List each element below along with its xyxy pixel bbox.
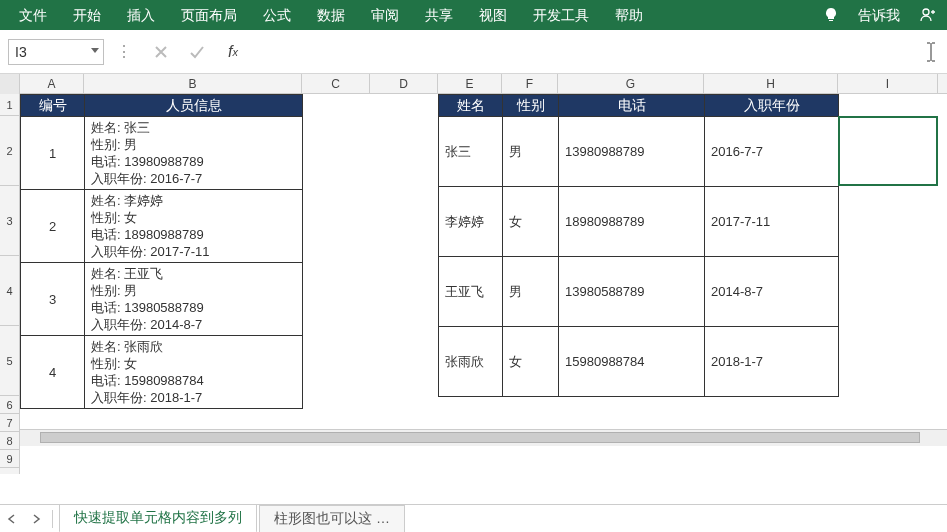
ribbon-tab[interactable]: 开始 [60,0,114,30]
column-headers: ABCDEFGHI [0,74,947,94]
table-row[interactable]: 李婷婷女189809887892017-7-11 [439,187,839,257]
column-header[interactable]: A [20,74,84,93]
cell-id[interactable]: 4 [21,336,85,409]
th-info[interactable]: 人员信息 [85,95,303,117]
cell-info[interactable]: 姓名: 王亚飞性别: 男电话: 13980588789入职年份: 2014-8-… [85,263,303,336]
cell-name[interactable]: 李婷婷 [439,187,503,257]
share-person-icon[interactable] [913,1,941,29]
cell-year[interactable]: 2016-7-7 [705,117,839,187]
tell-me-button[interactable]: 告诉我 [845,0,913,30]
table-personnel-info: 编号 人员信息 1姓名: 张三性别: 男电话: 13980988789入职年份:… [20,94,303,409]
ribbon-tab[interactable]: 帮助 [602,0,656,30]
sheet-nav-next-icon[interactable] [24,507,48,531]
column-header[interactable]: C [302,74,370,93]
row-headers: 123456789 [0,94,20,474]
horizontal-scrollbar[interactable] [20,429,947,446]
cell-info[interactable]: 姓名: 李婷婷性别: 女电话: 18980988789入职年份: 2017-7-… [85,190,303,263]
cancel-formula-icon[interactable] [146,39,176,65]
sheet-tab-other[interactable]: 柱形图也可以这… [259,505,405,532]
ribbon: 文件开始插入页面布局公式数据审阅共享视图开发工具帮助 告诉我 [0,0,947,30]
formula-bar: I3 ⋮ fx [0,30,947,74]
cell-id[interactable]: 2 [21,190,85,263]
row-header[interactable]: 8 [0,432,19,450]
ribbon-tab[interactable]: 公式 [250,0,304,30]
cell-sex[interactable]: 女 [503,327,559,397]
sheet-tab-active[interactable]: 快速提取单元格内容到多列 [59,504,257,532]
cell-info[interactable]: 姓名: 张雨欣性别: 女电话: 15980988784入职年份: 2018-1-… [85,336,303,409]
column-header[interactable]: G [558,74,704,93]
th-id[interactable]: 编号 [21,95,85,117]
column-header[interactable]: F [502,74,558,93]
th-sex[interactable]: 性别 [503,95,559,117]
cell-year[interactable]: 2017-7-11 [705,187,839,257]
column-header[interactable]: B [84,74,302,93]
row-header[interactable]: 1 [0,94,19,116]
cell-year[interactable]: 2014-8-7 [705,257,839,327]
table-row[interactable]: 4姓名: 张雨欣性别: 女电话: 15980988784入职年份: 2018-1… [21,336,303,409]
row-header[interactable]: 6 [0,396,19,414]
active-cell-outline [838,116,938,186]
cell-id[interactable]: 1 [21,117,85,190]
th-name[interactable]: 姓名 [439,95,503,117]
cells-area[interactable]: 编号 人员信息 1姓名: 张三性别: 男电话: 13980988789入职年份:… [20,94,947,474]
text-cursor-icon [923,41,939,63]
row-header[interactable]: 3 [0,186,19,256]
cell-tel[interactable]: 15980988784 [559,327,705,397]
row-header[interactable]: 9 [0,450,19,468]
cell-name[interactable]: 张三 [439,117,503,187]
ribbon-tab[interactable]: 数据 [304,0,358,30]
enter-formula-icon[interactable] [182,39,212,65]
row-header[interactable]: 7 [0,414,19,432]
column-header[interactable]: I [838,74,938,93]
column-header[interactable]: H [704,74,838,93]
table-extracted: 姓名 性别 电话 入职年份 张三男139809887892016-7-7李婷婷女… [438,94,839,397]
dots-icon: ⋮ [110,42,140,61]
sheet-tab-bar: 快速提取单元格内容到多列 柱形图也可以这… [0,504,947,532]
scrollbar-thumb[interactable] [40,432,920,443]
cell-id[interactable]: 3 [21,263,85,336]
column-header[interactable]: E [438,74,502,93]
cell-year[interactable]: 2018-1-7 [705,327,839,397]
ribbon-tab[interactable]: 文件 [6,0,60,30]
cell-tel[interactable]: 18980988789 [559,187,705,257]
ribbon-tab[interactable]: 视图 [466,0,520,30]
ribbon-tab[interactable]: 共享 [412,0,466,30]
name-box[interactable]: I3 [8,39,104,65]
row-header[interactable]: 2 [0,116,19,186]
cell-name[interactable]: 王亚飞 [439,257,503,327]
th-year[interactable]: 入职年份 [705,95,839,117]
table-row[interactable]: 2姓名: 李婷婷性别: 女电话: 18980988789入职年份: 2017-7… [21,190,303,263]
select-all-corner[interactable] [0,74,20,94]
formula-input[interactable] [254,39,917,65]
sheet-nav-prev-icon[interactable] [0,507,24,531]
ribbon-tab[interactable]: 插入 [114,0,168,30]
chevron-down-icon[interactable] [91,48,99,53]
column-header[interactable]: D [370,74,438,93]
cell-sex[interactable]: 男 [503,117,559,187]
row-header[interactable]: 4 [0,256,19,326]
cell-name[interactable]: 张雨欣 [439,327,503,397]
ribbon-tab[interactable]: 审阅 [358,0,412,30]
ribbon-tab[interactable]: 开发工具 [520,0,602,30]
table-row[interactable]: 1姓名: 张三性别: 男电话: 13980988789入职年份: 2016-7-… [21,117,303,190]
cell-tel[interactable]: 13980588789 [559,257,705,327]
ellipsis-icon: … [372,510,390,526]
table-row[interactable]: 王亚飞男139805887892014-8-7 [439,257,839,327]
th-tel[interactable]: 电话 [559,95,705,117]
svg-point-0 [923,9,929,15]
cell-sex[interactable]: 男 [503,257,559,327]
worksheet-grid[interactable]: ABCDEFGHI 123456789 编号 人员信息 1姓名: 张三性别: 男… [0,74,947,474]
cell-info[interactable]: 姓名: 张三性别: 男电话: 13980988789入职年份: 2016-7-7 [85,117,303,190]
name-box-value: I3 [15,44,27,60]
fx-icon[interactable]: fx [218,39,248,65]
table-row[interactable]: 张三男139809887892016-7-7 [439,117,839,187]
cell-tel[interactable]: 13980988789 [559,117,705,187]
tell-me-bulb-icon[interactable] [817,1,845,29]
cell-sex[interactable]: 女 [503,187,559,257]
table-row[interactable]: 3姓名: 王亚飞性别: 男电话: 13980588789入职年份: 2014-8… [21,263,303,336]
row-header[interactable]: 5 [0,326,19,396]
sheet-tab-other-label: 柱形图也可以这 [274,510,372,526]
table-row[interactable]: 张雨欣女159809887842018-1-7 [439,327,839,397]
ribbon-tab[interactable]: 页面布局 [168,0,250,30]
